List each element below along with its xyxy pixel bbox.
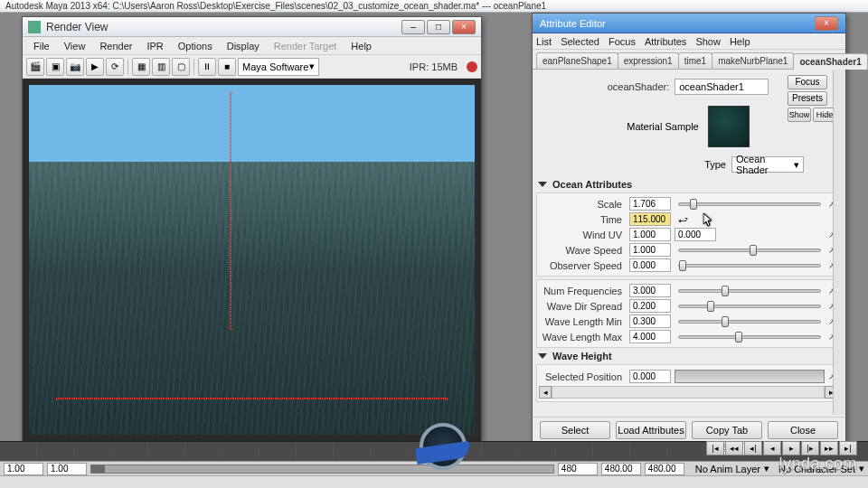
focus-button[interactable]: Focus — [788, 75, 827, 89]
close-button[interactable]: Close — [768, 421, 838, 439]
wave-height-grid: Selected Position ↗ ◂ ▸ — [536, 364, 840, 402]
type-select[interactable]: Ocean Shader▾ — [731, 156, 804, 173]
tab-time[interactable]: time1 — [678, 52, 712, 69]
maximize-button[interactable]: □ — [427, 20, 450, 34]
range-end-input[interactable] — [601, 463, 641, 475]
menu-render-target[interactable]: Render Target — [267, 39, 344, 53]
keep-image-icon[interactable]: ▦ — [132, 58, 150, 76]
ramp-gradient[interactable] — [675, 370, 825, 383]
menu-render[interactable]: Render — [92, 39, 139, 53]
step-back-icon[interactable]: ◂◂ — [725, 441, 743, 455]
attr-value-input[interactable] — [629, 243, 671, 257]
attr-value-input[interactable] — [629, 228, 671, 241]
connection-icon[interactable]: ⮐ — [678, 214, 688, 225]
renderer-label: Maya Software — [242, 61, 308, 72]
attr-value2-input[interactable] — [675, 228, 716, 241]
ae-menu-focus[interactable]: Focus — [609, 36, 636, 47]
anim-layer-label[interactable]: No Anim Layer — [695, 464, 760, 474]
attr-row: Time⮐ — [539, 211, 837, 227]
attr-label: Wave Speed — [539, 245, 626, 256]
attr-value-input[interactable] — [629, 284, 671, 297]
range-playback-end-input[interactable] — [558, 463, 598, 475]
attr-value-input[interactable] — [629, 314, 671, 328]
attribute-editor-body: oceanShader: Focus Presets Show Hide Mat… — [533, 70, 845, 415]
copy-tab-button[interactable]: Copy Tab — [692, 421, 762, 439]
refresh-icon[interactable]: ⟳ — [106, 58, 124, 76]
ae-menu-selected[interactable]: Selected — [561, 36, 599, 47]
ocean-attributes-header[interactable]: Ocean Attributes — [536, 176, 840, 192]
hscroll-left-icon[interactable]: ◂ — [539, 386, 552, 399]
attr-value-input[interactable] — [629, 330, 671, 343]
load-attributes-button[interactable]: Load Attributes — [616, 421, 686, 439]
ae-close-button[interactable]: × — [815, 16, 838, 31]
attr-slider[interactable] — [678, 264, 821, 267]
menu-display[interactable]: Display — [220, 39, 267, 53]
attr-slider[interactable] — [678, 202, 821, 206]
attr-label: Num Frequencies — [539, 286, 626, 296]
menu-file[interactable]: File — [26, 39, 57, 53]
render-output-area[interactable] — [23, 79, 481, 441]
ocean-attributes-grid2: Num Frequencies↗Wave Dir Spread↗Wave Len… — [536, 279, 840, 348]
select-button[interactable]: Select — [540, 421, 610, 439]
prev-key-icon[interactable]: ◂| — [744, 441, 762, 455]
ipr-icon[interactable]: ▶ — [86, 58, 104, 76]
attr-slider[interactable] — [678, 305, 821, 308]
vertical-scrollbar[interactable] — [833, 70, 845, 415]
ae-menu-list[interactable]: List — [536, 36, 552, 47]
play-back-icon[interactable]: ◂ — [763, 441, 781, 455]
attr-slider[interactable] — [678, 320, 821, 324]
render-view-titlebar[interactable]: Render View – □ × — [23, 17, 481, 37]
menu-view[interactable]: View — [57, 39, 93, 53]
attribute-editor-titlebar[interactable]: Attribute Editor × — [533, 14, 845, 33]
material-sample-swatch[interactable] — [708, 106, 750, 147]
render-region-icon[interactable]: ▣ — [46, 58, 64, 76]
shader-name-label: oceanShader: — [608, 81, 670, 92]
attr-value-input[interactable] — [629, 197, 671, 211]
remove-image-icon[interactable]: ▥ — [152, 58, 170, 76]
ae-menu-help[interactable]: Help — [730, 36, 750, 47]
render-view-window: Render View – □ × File View Render IPR O… — [22, 16, 482, 442]
range-end-input2[interactable] — [645, 463, 684, 475]
range-start-input[interactable] — [4, 463, 43, 475]
end-icon[interactable]: ▸| — [839, 441, 857, 455]
next-key-icon[interactable]: |▸ — [801, 441, 819, 455]
attr-value-input[interactable] — [629, 258, 671, 272]
ae-menu-attributes[interactable]: Attributes — [645, 36, 686, 47]
shader-name-input[interactable] — [675, 79, 769, 95]
snapshot-icon[interactable]: 📷 — [66, 58, 84, 76]
pause-icon[interactable]: ⏸ — [198, 58, 216, 76]
show-button[interactable]: Show — [788, 108, 811, 122]
ae-menu-show[interactable]: Show — [695, 36, 721, 47]
collapse-icon — [538, 353, 547, 359]
selected-position-input[interactable] — [629, 370, 671, 383]
tab-oceanplaneshape[interactable]: eanPlaneShape1 — [536, 52, 618, 69]
renderer-select[interactable]: Maya Software▾ — [238, 58, 319, 76]
stop-icon[interactable]: ■ — [218, 58, 236, 76]
menu-help[interactable]: Help — [344, 39, 379, 53]
wave-height-header[interactable]: Wave Height — [536, 348, 840, 364]
attr-value-input[interactable] — [629, 299, 671, 313]
menu-options[interactable]: Options — [171, 39, 220, 53]
attr-slider[interactable] — [678, 289, 821, 293]
attr-slider[interactable] — [678, 335, 821, 339]
render-region-baseline — [56, 398, 448, 399]
options-icon[interactable]: ▢ — [172, 58, 190, 76]
range-slider[interactable] — [90, 465, 554, 474]
range-playback-start-input[interactable] — [47, 463, 87, 475]
tab-makenurbplane[interactable]: makeNurbPlane1 — [712, 52, 794, 69]
tab-expression[interactable]: expression1 — [618, 52, 679, 69]
minimize-button[interactable]: – — [401, 20, 425, 34]
attr-value-input[interactable] — [629, 212, 671, 226]
close-button[interactable]: × — [452, 20, 476, 34]
step-fwd-icon[interactable]: ▸▸ — [820, 441, 838, 455]
render-icon[interactable]: 🎬 — [26, 58, 44, 76]
ipr-memory-label: IPR: 15MB — [410, 61, 458, 72]
rewind-icon[interactable]: |◂ — [706, 441, 724, 455]
menu-ipr[interactable]: IPR — [139, 39, 170, 53]
presets-button[interactable]: Presets — [788, 91, 827, 106]
attr-label: Time — [539, 214, 626, 225]
attr-slider[interactable] — [678, 249, 821, 252]
hscroll-track[interactable] — [552, 386, 825, 399]
tab-oceanshader[interactable]: oceanShader1 — [793, 53, 867, 70]
play-icon[interactable]: ▸ — [782, 441, 800, 455]
